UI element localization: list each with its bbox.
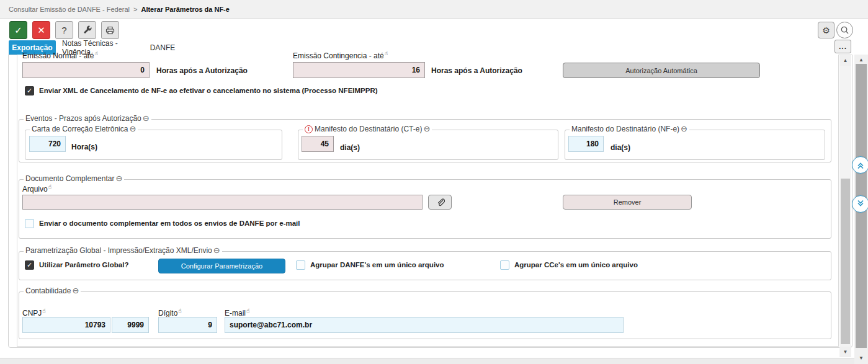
arrow-down-icon: ▼ [843,349,848,355]
utilizar-parametro-global-label: Utilizar Parâmetro Global? [39,261,128,269]
check-icon: ✓ [27,87,32,95]
manifesto-cte-legend: ! Manifesto do Destinatário (CT-e)⊖ [303,125,432,133]
collapse-icon[interactable]: ⊖ [213,247,220,254]
jump-to-top-button[interactable] [852,156,868,174]
emissao-normal-suffix: Horas após a Autorização [156,66,248,75]
hint-icon: ☝ [246,308,249,314]
agrupar-danfe-label: Agrupar DANFE's em um único arquivo [310,261,444,269]
manifesto-nfe-legend: Manifesto do Destinatário (NF-e)⊖ [570,125,689,133]
paperclip-icon [436,198,445,207]
breadcrumb-parent[interactable]: Consultar Emissão de DANFE - Federal [9,6,130,13]
hint-icon: ☝ [48,184,51,190]
digito-label: Dígito☝ [158,308,182,317]
close-icon: ✕ [37,25,45,36]
breadcrumb-separator: > [133,6,137,13]
manifesto-nfe-fieldset: Manifesto do Destinatário (NF-e)⊖ [565,130,825,160]
manifesto-nfe-input[interactable] [568,136,604,152]
utilizar-parametro-global-checkbox[interactable]: ✓ [25,260,34,270]
contabilidade-legend: Contabilidade⊖ [24,286,81,295]
question-icon: ? [61,25,66,35]
search-button[interactable] [836,22,853,38]
check-icon: ✓ [27,261,32,269]
check-icon: ✓ [14,25,22,36]
cnpj-input[interactable] [22,317,110,333]
confirm-button[interactable]: ✓ [9,21,27,39]
collapse-icon[interactable]: ⊖ [423,125,430,133]
warning-icon: ! [305,125,313,133]
hint-icon: ☝ [178,308,181,314]
email-label: E-mail☝ [225,308,250,317]
ellipsis-icon: ... [839,42,847,51]
breadcrumb-current: Alterar Parâmetros da NF-e [141,6,229,13]
help-button[interactable]: ? [55,21,73,39]
agrupar-danfe-checkbox[interactable] [296,260,305,270]
manifesto-nfe-unit: dia(s) [611,143,630,152]
more-tabs-button[interactable]: ... [834,40,851,53]
carta-correcao-input[interactable] [29,136,66,152]
collapse-icon[interactable]: ⊖ [115,175,122,182]
settings-button[interactable]: ⚙ [818,22,834,38]
arquivo-label: Arquivo☝ [22,184,51,193]
hint-icon: ☝ [385,50,388,56]
eventos-legend: Eventos - Prazos após Autorização⊖ [24,114,151,123]
agrupar-cce-label: Agrupar CCe's em um único arquivo [514,261,638,269]
app-window: Consultar Emissão de DANFE - Federal > A… [0,0,868,364]
form-scrollbar-thumb[interactable] [841,179,850,344]
emissao-normal-input[interactable] [22,62,150,78]
arquivo-input[interactable] [22,195,423,210]
documento-email-checkbox[interactable] [25,219,34,228]
wrench-icon [83,25,92,35]
attach-button[interactable] [428,195,452,210]
manifesto-cte-fieldset: ! Manifesto do Destinatário (CT-e)⊖ [298,130,558,160]
collapse-icon[interactable]: ⊖ [143,115,150,122]
collapse-icon[interactable]: ⊖ [129,125,136,133]
gear-icon: ⚙ [822,25,830,35]
page-scroll-up-button[interactable]: ▲ [854,55,868,64]
remover-button[interactable]: Remover [563,195,692,210]
breadcrumb: Consultar Emissão de DANFE - Federal > A… [0,0,868,19]
emissao-contingencia-suffix: Horas após a Autorização [431,66,522,75]
emissao-contingencia-input[interactable] [293,62,425,78]
page-scroll-down-button[interactable]: ▼ [854,353,868,362]
double-chevron-up-icon [856,160,866,170]
emissao-contingencia-label: Emissão Contingencia - até☝ [293,50,388,60]
cnpj-label: CNPJ☝ [22,308,46,317]
manifesto-cte-input[interactable] [302,136,334,152]
enviar-xml-checkbox-label: Enviar XML de Cancelamento de NF-e ao ef… [39,87,378,94]
carta-correcao-legend: Carta de Correção Eletrônica⊖ [30,125,138,133]
autorizacao-automatica-button[interactable]: Autorização Automática [563,63,760,78]
carta-correcao-unit: Hora(s) [71,143,97,151]
print-button[interactable] [101,21,119,39]
arrow-up-icon: ▲ [843,58,848,63]
parametrizacao-legend: Parametrização Global - Impressão/Extraç… [24,246,222,255]
bottom-bar [0,358,854,364]
cnpj-filial-input[interactable] [112,317,149,333]
cancel-button[interactable]: ✕ [32,21,50,39]
tools-button[interactable] [78,21,96,39]
enviar-xml-checkbox[interactable]: ✓ [25,86,34,95]
tab-danfe[interactable]: DANFE [148,40,177,55]
documento-email-checkbox-label: Enviar o documento complementar em todos… [39,220,300,227]
manifesto-cte-unit: dia(s) [340,143,360,152]
collapse-icon[interactable]: ⊖ [681,125,687,133]
collapse-icon[interactable]: ⊖ [72,287,79,295]
agrupar-cce-checkbox[interactable] [500,260,509,270]
double-chevron-down-icon [856,199,866,209]
email-input[interactable] [225,317,624,333]
arrow-up-icon: ▲ [859,57,864,63]
printer-icon [105,25,115,35]
form-scroll-down-button[interactable]: ▼ [839,347,851,357]
emissao-normal-label: Emissão Normal - até☝ [22,50,98,60]
digito-input[interactable] [158,317,217,333]
configurar-parametrizacao-button[interactable]: Configurar Parametrização [158,259,285,273]
hint-icon: ☝ [42,308,45,314]
arrow-down-icon: ▼ [859,355,864,361]
search-icon [840,25,849,35]
hint-icon: ☝ [94,50,97,56]
jump-to-bottom-button[interactable] [852,195,868,213]
documento-legend: Documento Complementar⊖ [24,174,124,183]
form-scroll-up-button[interactable]: ▲ [839,55,851,66]
